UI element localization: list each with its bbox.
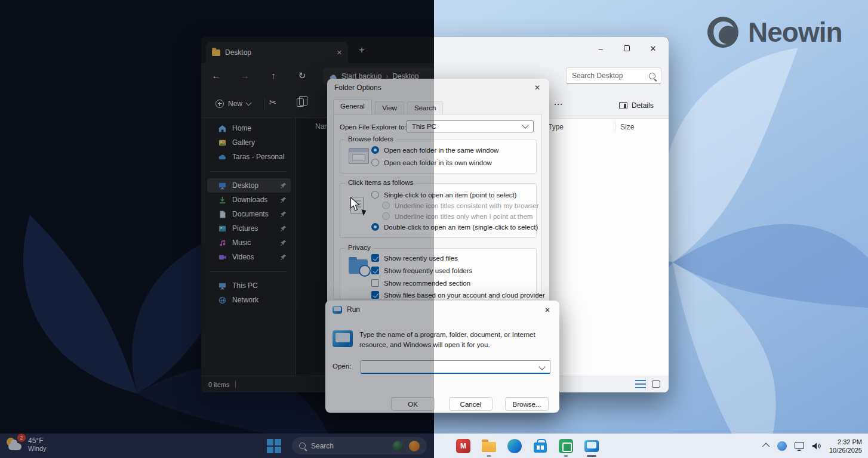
column-header-type[interactable]: Type: [548, 123, 564, 131]
checkbox-recommended-section[interactable]: Show recommended section: [371, 279, 470, 287]
active-app-button[interactable]: [583, 437, 600, 454]
copy-button[interactable]: [297, 98, 304, 107]
sidebar-item-music[interactable]: Music: [207, 236, 291, 250]
run-titlebar: Run ✕: [325, 301, 559, 318]
close-button[interactable]: ✕: [640, 39, 666, 57]
radio-selected-icon: [371, 223, 379, 231]
up-button[interactable]: ↑: [267, 70, 280, 81]
radio-double-click[interactable]: Double-click to open an item (single-cli…: [371, 223, 538, 231]
sidebar-item-documents[interactable]: Documents: [207, 207, 291, 221]
checkbox-recent-files[interactable]: Show recently used files: [371, 254, 458, 262]
green-app-button[interactable]: [558, 437, 574, 454]
start-button[interactable]: [267, 439, 281, 453]
radio-same-window[interactable]: Open each folder in the same window: [371, 146, 498, 154]
edge-app-button[interactable]: [506, 437, 523, 454]
tray-expand-icon[interactable]: [762, 443, 770, 451]
column-divider: [615, 121, 615, 132]
forward-button[interactable]: →: [238, 70, 251, 81]
checkbox-checked-icon: [371, 267, 379, 274]
back-button[interactable]: ←: [210, 70, 223, 81]
sidebar-item-home[interactable]: Home: [207, 121, 291, 135]
run-icon: [333, 330, 353, 347]
radio-underline-point[interactable]: Underline icon titles only when I point …: [382, 212, 533, 220]
file-explorer-app-button[interactable]: [481, 437, 497, 454]
taskbar: 2 45°F Windy Search M: [0, 434, 868, 458]
monitor-app-icon: [584, 440, 599, 452]
active-indicator: [587, 455, 596, 457]
run-dialog: Run ✕ Type the name of a program, folder…: [325, 301, 559, 413]
run-open-combobox[interactable]: [361, 360, 550, 374]
radio-underline-consistent[interactable]: Underline icon titles consistent with my…: [382, 202, 539, 209]
desktop-icon: [218, 181, 227, 190]
sidebar-item-gallery[interactable]: Gallery: [207, 135, 291, 150]
folder-options-title: Folder Options: [334, 83, 381, 92]
checkbox-checked-icon: [371, 291, 379, 299]
thumbnail-view-toggle-icon[interactable]: [652, 380, 660, 388]
tab-view[interactable]: View: [375, 101, 404, 114]
m365-app-button[interactable]: M: [455, 437, 472, 454]
toolbar-divider: [264, 98, 265, 110]
sidebar-item-downloads[interactable]: Downloads: [207, 193, 291, 207]
browse-button[interactable]: Browse...: [505, 397, 549, 411]
radio-single-click[interactable]: Single-click to open an item (point to s…: [371, 191, 516, 199]
see-more-button[interactable]: …: [553, 97, 564, 107]
this-pc-icon: [218, 281, 227, 290]
new-button-label: New: [228, 100, 242, 108]
clock-date: 10/26/2025: [829, 446, 862, 454]
sidebar-item-network[interactable]: Network: [207, 293, 291, 307]
pin-icon: [280, 239, 287, 246]
new-button[interactable]: New: [210, 95, 257, 112]
minimize-button[interactable]: –: [587, 39, 614, 57]
details-view-button[interactable]: Details: [614, 97, 658, 114]
sidebar-item-desktop[interactable]: Desktop: [207, 178, 291, 193]
explorer-tab-desktop[interactable]: Desktop ✕: [206, 42, 348, 63]
tray-display-icon[interactable]: [795, 442, 804, 449]
radio-own-window[interactable]: Open each folder in its own window: [371, 159, 492, 166]
search-label: Search: [311, 442, 387, 450]
sidebar-item-onedrive-personal[interactable]: Taras - Personal: [207, 150, 291, 164]
cut-button[interactable]: ✂: [269, 97, 277, 108]
close-icon[interactable]: ✕: [533, 83, 542, 92]
tray-app-icon[interactable]: [777, 441, 787, 451]
onedrive-icon: [218, 153, 227, 162]
tab-general[interactable]: General: [333, 99, 372, 114]
microsoft-store-icon: [534, 442, 547, 453]
m365-icon: M: [456, 439, 470, 453]
cancel-button[interactable]: Cancel: [449, 397, 493, 411]
downloads-icon: [218, 196, 227, 205]
radio-disabled-icon: [382, 202, 390, 209]
view-toggles: [635, 380, 660, 388]
pin-icon: [280, 211, 287, 218]
volume-icon[interactable]: [812, 442, 821, 450]
home-icon: [218, 124, 227, 133]
checkbox-cloud-files[interactable]: Show files based on your account and clo…: [371, 291, 545, 299]
taskbar-clock[interactable]: 2:32 PM 10/26/2025: [829, 438, 862, 454]
refresh-button[interactable]: ↻: [296, 70, 309, 81]
open-to-combobox[interactable]: This PC: [407, 120, 534, 132]
tab-close-icon[interactable]: ✕: [337, 49, 342, 57]
chevron-down-icon: [246, 100, 252, 106]
sidebar-item-videos[interactable]: Videos: [207, 250, 291, 264]
folder-options-dialog: Folder Options ✕ General View Search Ope…: [327, 79, 549, 305]
taskbar-search-box[interactable]: Search: [292, 437, 427, 454]
tab-search[interactable]: Search: [407, 101, 443, 114]
sidebar-item-pictures[interactable]: Pictures: [207, 221, 291, 236]
ok-button[interactable]: OK: [391, 397, 435, 411]
close-icon[interactable]: ✕: [543, 306, 552, 314]
folder-options-tabs: General View Search: [333, 99, 444, 114]
search-placeholder: Search Desktop: [572, 72, 645, 80]
pin-icon: [280, 253, 287, 261]
store-app-button[interactable]: [532, 437, 549, 454]
checkbox-frequent-folders[interactable]: Show frequently used folders: [371, 267, 472, 274]
new-tab-button[interactable]: +: [355, 44, 368, 56]
network-icon: [218, 296, 227, 305]
maximize-button[interactable]: [614, 39, 640, 57]
column-header-size[interactable]: Size: [620, 123, 634, 131]
pin-icon: [280, 182, 287, 189]
sidebar-item-this-pc[interactable]: This PC: [207, 278, 291, 293]
search-icon: [299, 442, 306, 449]
weather-widget[interactable]: 2 45°F Windy: [6, 437, 47, 453]
file-explorer-icon: [482, 442, 496, 452]
details-view-toggle-icon[interactable]: [635, 380, 646, 388]
explorer-search-box[interactable]: Search Desktop: [566, 67, 661, 84]
